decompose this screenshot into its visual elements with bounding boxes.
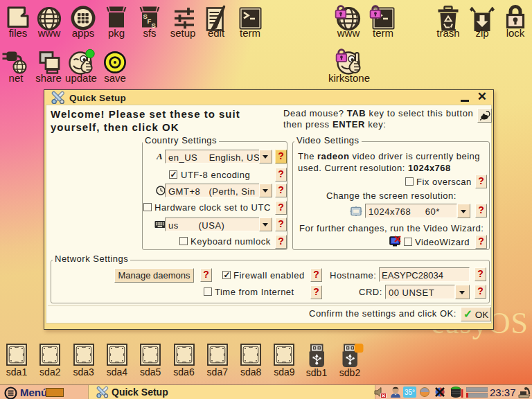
svg-text:A: A [156, 151, 163, 161]
svg-text:35°: 35° [405, 389, 415, 396]
